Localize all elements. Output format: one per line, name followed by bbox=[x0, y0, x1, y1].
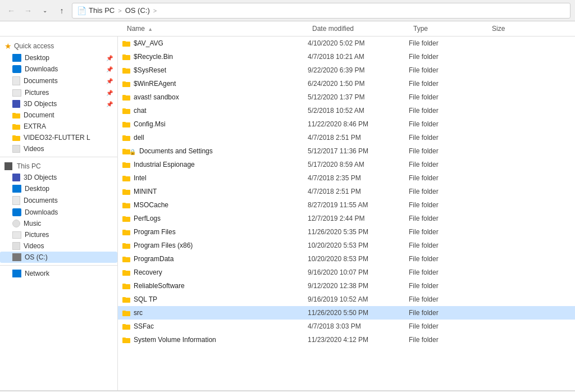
address-bar[interactable]: 📄 This PC > OS (C:) > bbox=[72, 3, 571, 19]
file-type: File folder bbox=[409, 120, 487, 128]
file-date: 10/20/2020 8:53 PM bbox=[308, 255, 409, 263]
file-name: PerfLogs bbox=[122, 215, 308, 222]
table-row[interactable]: $WinREAgent 6/24/2020 1:50 PM File folde… bbox=[118, 77, 575, 90]
sidebar-item-extra[interactable]: EXTRA bbox=[0, 121, 117, 132]
table-row[interactable]: 🔒 Documents and Settings 5/12/2017 11:36… bbox=[118, 144, 575, 158]
file-name-label: $WinREAgent bbox=[134, 80, 176, 88]
file-list[interactable]: $AV_AVG 4/10/2020 5:02 PM File folder $R… bbox=[118, 37, 575, 390]
dropdown-button[interactable]: ⌄ bbox=[38, 4, 52, 17]
table-row[interactable]: MSOCache 8/27/2019 11:55 AM File folder bbox=[118, 198, 575, 212]
back-button[interactable]: ← bbox=[4, 4, 18, 17]
file-name: src bbox=[122, 309, 308, 317]
folder-icon bbox=[122, 229, 130, 235]
file-name: dell bbox=[122, 134, 308, 142]
downloads-icon bbox=[12, 65, 21, 73]
folder-icon-document bbox=[12, 112, 20, 118]
file-name: SSFac bbox=[122, 322, 308, 330]
file-date: 4/7/2018 10:21 AM bbox=[308, 53, 409, 61]
sidebar-item-network[interactable]: Network bbox=[0, 268, 117, 279]
file-name-label: Config.Msi bbox=[134, 120, 166, 128]
table-row[interactable]: $Recycle.Bin 4/7/2018 10:21 AM File fold… bbox=[118, 50, 575, 63]
sidebar-item-downloads-pc[interactable]: Downloads bbox=[0, 207, 117, 218]
sidebar-item-music-pc[interactable]: Music bbox=[0, 218, 117, 229]
table-row[interactable]: $AV_AVG 4/10/2020 5:02 PM File folder bbox=[118, 37, 575, 50]
table-row[interactable]: ProgramData 10/20/2020 8:53 PM File fold… bbox=[118, 252, 575, 266]
folder-icon bbox=[122, 309, 130, 316]
pictures-pc-icon bbox=[12, 231, 21, 239]
up-button[interactable]: ↑ bbox=[55, 4, 69, 17]
table-row[interactable]: ReliableSoftware 9/12/2020 12:38 PM File… bbox=[118, 279, 575, 293]
table-row[interactable]: src 11/26/2020 5:50 PM File folder bbox=[118, 306, 575, 320]
pin-icon: 📌 bbox=[106, 55, 113, 61]
file-name: $WinREAgent bbox=[122, 80, 308, 88]
sidebar-item-videos-pc[interactable]: Videos bbox=[0, 240, 117, 252]
folder-icon bbox=[122, 80, 130, 87]
col-header-date[interactable]: Date modified bbox=[308, 24, 409, 34]
table-row[interactable]: avast! sandbox 5/12/2020 1:37 PM File fo… bbox=[118, 90, 575, 104]
file-date: 4/7/2018 2:51 PM bbox=[308, 188, 409, 195]
sidebar-item-documents-pc[interactable]: Documents bbox=[0, 194, 117, 207]
forward-button[interactable]: → bbox=[21, 4, 35, 17]
file-name-label: Intel bbox=[134, 174, 147, 182]
table-row[interactable]: dell 4/7/2018 2:51 PM File folder bbox=[118, 131, 575, 144]
file-date: 4/7/2018 2:51 PM bbox=[308, 134, 409, 142]
file-type: File folder bbox=[409, 93, 487, 101]
folder-icon bbox=[122, 67, 130, 74]
table-row[interactable]: Program Files (x86) 10/20/2020 5:53 PM F… bbox=[118, 239, 575, 252]
table-row[interactable]: Industrial Espionage 5/17/2020 8:59 AM F… bbox=[118, 158, 575, 171]
file-type: File folder bbox=[409, 295, 487, 303]
file-date: 5/17/2020 8:59 AM bbox=[308, 161, 409, 168]
file-date: 5/12/2017 11:36 PM bbox=[308, 147, 409, 155]
table-row[interactable]: Config.Msi 11/22/2020 8:46 PM File folde… bbox=[118, 117, 575, 131]
file-date: 9/12/2020 12:38 PM bbox=[308, 282, 409, 290]
col-header-name[interactable]: Name ▲ bbox=[122, 24, 308, 34]
sidebar-item-pictures[interactable]: Pictures 📌 bbox=[0, 87, 117, 98]
sidebar-section-this-pc[interactable]: This PC bbox=[0, 159, 117, 172]
file-date: 8/27/2019 11:55 AM bbox=[308, 201, 409, 209]
sidebar-item-document[interactable]: Document bbox=[0, 110, 117, 121]
toolbar: ← → ⌄ ↑ 📄 This PC > OS (C:) > bbox=[0, 0, 575, 21]
address-icon: 📄 bbox=[77, 6, 86, 15]
sidebar-item-downloads[interactable]: Downloads 📌 bbox=[0, 63, 117, 75]
sidebar-item-3dobjects[interactable]: 3D Objects 📌 bbox=[0, 98, 117, 110]
file-type: File folder bbox=[409, 255, 487, 263]
table-row[interactable]: chat 5/2/2018 10:52 AM File folder bbox=[118, 104, 575, 117]
table-row[interactable]: SQL TP 9/16/2019 10:52 AM File folder bbox=[118, 293, 575, 306]
file-date: 9/16/2019 10:52 AM bbox=[308, 295, 409, 303]
table-row[interactable]: Recovery 9/16/2020 10:07 PM File folder bbox=[118, 266, 575, 279]
folder-icon bbox=[122, 296, 130, 303]
folder-icon bbox=[122, 134, 130, 141]
sidebar-item-video32[interactable]: VIDEO32-FLUTTER L bbox=[0, 132, 117, 143]
sidebar-item-documents[interactable]: Documents 📌 bbox=[0, 75, 117, 87]
address-os-c[interactable]: OS (C:) bbox=[125, 6, 150, 15]
file-date: 4/10/2020 5:02 PM bbox=[308, 39, 409, 47]
col-header-type[interactable]: Type bbox=[409, 24, 487, 34]
file-name-label: Documents and Settings bbox=[139, 147, 213, 155]
table-row[interactable]: $SysReset 9/22/2020 6:39 PM File folder bbox=[118, 63, 575, 77]
file-type: File folder bbox=[409, 134, 487, 142]
file-type: File folder bbox=[409, 66, 487, 74]
table-row[interactable]: MININT 4/7/2018 2:51 PM File folder bbox=[118, 185, 575, 198]
file-date: 11/26/2020 5:50 PM bbox=[308, 309, 409, 317]
folder-icon bbox=[122, 175, 130, 181]
table-row[interactable]: Program Files 11/26/2020 5:35 PM File fo… bbox=[118, 225, 575, 239]
file-type: File folder bbox=[409, 336, 487, 344]
sidebar-item-osc[interactable]: OS (C:) bbox=[0, 252, 117, 263]
file-type: File folder bbox=[409, 228, 487, 236]
sort-arrow-name: ▲ bbox=[148, 26, 153, 32]
address-this-pc[interactable]: This PC bbox=[89, 6, 115, 15]
table-row[interactable]: Intel 4/7/2018 2:35 PM File folder bbox=[118, 171, 575, 185]
col-header-size[interactable]: Size bbox=[487, 24, 532, 34]
sidebar-item-desktop-pc[interactable]: Desktop bbox=[0, 183, 117, 194]
sidebar-item-3dobjects-pc[interactable]: 3D Objects bbox=[0, 172, 117, 183]
sidebar-item-videos[interactable]: Videos bbox=[0, 143, 117, 154]
pc-icon bbox=[4, 162, 12, 170]
sidebar-item-desktop[interactable]: Desktop 📌 bbox=[0, 52, 117, 63]
documents-pc-icon bbox=[12, 196, 20, 205]
sidebar-item-pictures-pc[interactable]: Pictures bbox=[0, 229, 117, 240]
table-row[interactable]: SSFac 4/7/2018 3:03 PM File folder bbox=[118, 320, 575, 333]
table-row[interactable]: PerfLogs 12/7/2019 2:44 PM File folder bbox=[118, 212, 575, 225]
sidebar-section-quick-access[interactable]: ★ Quick access bbox=[0, 39, 117, 52]
table-row[interactable]: System Volume Information 11/23/2020 4:1… bbox=[118, 333, 575, 347]
file-type: File folder bbox=[409, 282, 487, 290]
